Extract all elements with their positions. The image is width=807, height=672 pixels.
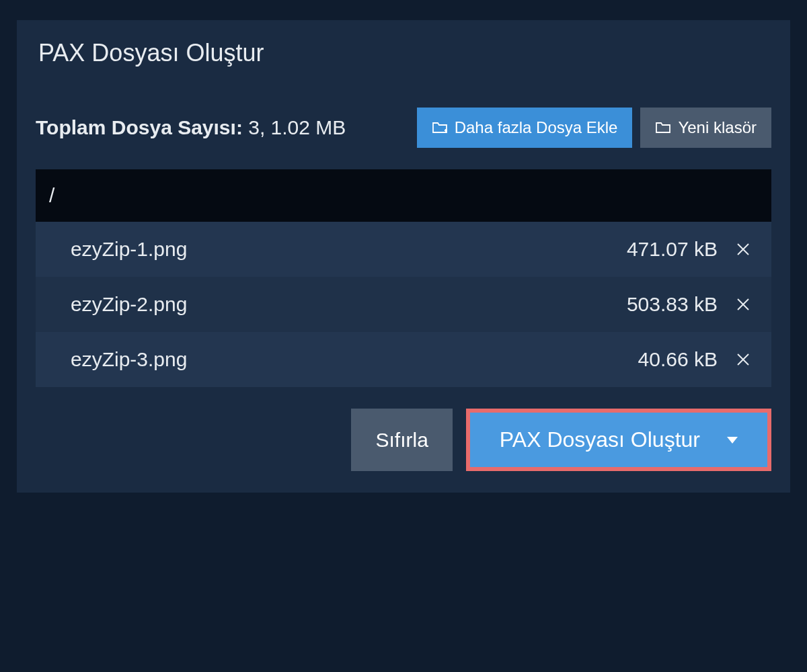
caret-down-icon bbox=[727, 437, 738, 444]
file-count-summary: Toplam Dosya Sayısı: 3, 1.02 MB bbox=[36, 116, 346, 139]
file-row: ezyZip-2.png 503.83 kB bbox=[36, 277, 771, 332]
main-panel: PAX Dosyası Oluştur Toplam Dosya Sayısı:… bbox=[17, 20, 790, 493]
add-files-button[interactable]: Daha fazla Dosya Ekle bbox=[417, 108, 633, 148]
file-size: 471.07 kB bbox=[627, 238, 718, 261]
file-name: ezyZip-1.png bbox=[71, 238, 627, 261]
close-icon[interactable] bbox=[734, 350, 753, 369]
tab-header: PAX Dosyası Oluştur bbox=[17, 20, 790, 86]
file-rows: ezyZip-1.png 471.07 kB ezyZip-2.png bbox=[36, 222, 771, 387]
file-name: ezyZip-2.png bbox=[71, 293, 627, 316]
reset-button[interactable]: Sıfırla bbox=[351, 409, 452, 471]
add-files-label: Daha fazla Dosya Ekle bbox=[455, 118, 618, 137]
file-name: ezyZip-3.png bbox=[71, 348, 638, 371]
toolbar: Toplam Dosya Sayısı: 3, 1.02 MB Daha faz… bbox=[36, 108, 771, 148]
tab-create-pax[interactable]: PAX Dosyası Oluştur bbox=[17, 20, 285, 86]
file-count-label: Toplam Dosya Sayısı: bbox=[36, 116, 243, 138]
file-list: / ezyZip-1.png 471.07 kB bbox=[36, 169, 771, 387]
close-icon[interactable] bbox=[734, 295, 753, 314]
create-pax-label: PAX Dosyası Oluştur bbox=[500, 427, 700, 452]
create-button-highlight: PAX Dosyası Oluştur bbox=[466, 409, 771, 471]
file-row: ezyZip-3.png 40.66 kB bbox=[36, 332, 771, 387]
file-size: 40.66 kB bbox=[638, 348, 718, 371]
file-size: 503.83 kB bbox=[627, 293, 718, 316]
close-icon[interactable] bbox=[734, 240, 753, 259]
content-area: Toplam Dosya Sayısı: 3, 1.02 MB Daha faz… bbox=[17, 86, 790, 493]
path-row[interactable]: / bbox=[36, 169, 771, 222]
footer-actions: Sıfırla PAX Dosyası Oluştur bbox=[36, 409, 771, 471]
folder-icon bbox=[655, 121, 671, 134]
file-count-value: 3, 1.02 MB bbox=[248, 116, 346, 138]
toolbar-buttons: Daha fazla Dosya Ekle Yeni klasör bbox=[417, 108, 771, 148]
new-folder-button[interactable]: Yeni klasör bbox=[640, 108, 771, 148]
file-row: ezyZip-1.png 471.07 kB bbox=[36, 222, 771, 277]
new-folder-label: Yeni klasör bbox=[678, 118, 757, 137]
folder-add-icon bbox=[432, 121, 448, 134]
file-row-right: 471.07 kB bbox=[627, 238, 753, 261]
create-pax-button[interactable]: PAX Dosyası Oluştur bbox=[470, 413, 767, 467]
file-row-right: 40.66 kB bbox=[638, 348, 753, 371]
file-row-right: 503.83 kB bbox=[627, 293, 753, 316]
